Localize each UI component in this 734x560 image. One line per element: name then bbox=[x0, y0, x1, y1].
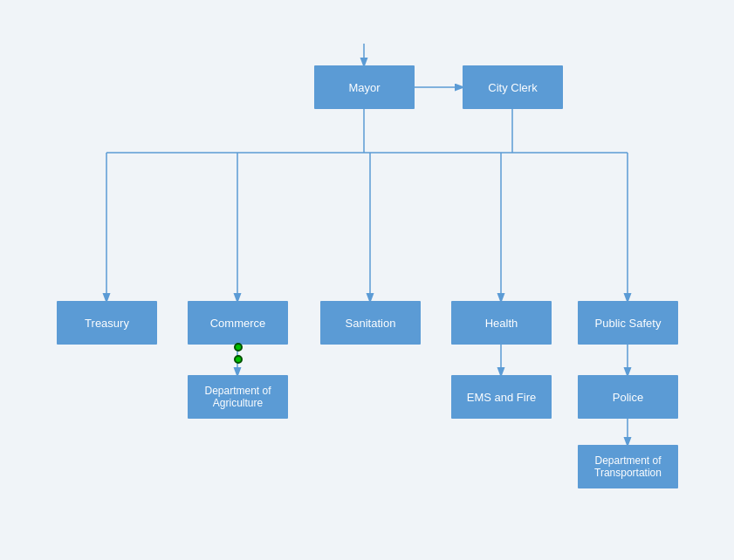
mayor-node[interactable]: Mayor bbox=[314, 65, 415, 109]
police-node[interactable]: Police bbox=[578, 375, 678, 419]
health-node[interactable]: Health bbox=[451, 301, 552, 345]
sanitation-node[interactable]: Sanitation bbox=[320, 301, 421, 345]
connector-dot-2 bbox=[234, 355, 243, 364]
public-safety-node[interactable]: Public Safety bbox=[578, 301, 678, 345]
treasury-node[interactable]: Treasury bbox=[57, 301, 157, 345]
city-clerk-node[interactable]: City Clerk bbox=[463, 65, 563, 109]
connector-dot-1 bbox=[234, 343, 243, 352]
dept-transportation-node[interactable]: Department of Transportation bbox=[578, 445, 678, 488]
ems-fire-node[interactable]: EMS and Fire bbox=[451, 375, 552, 419]
dept-agriculture-node[interactable]: Department of Agriculture bbox=[188, 375, 288, 419]
diagram-container: Mayor City Clerk Treasury Commerce Sanit… bbox=[0, 0, 734, 560]
commerce-node[interactable]: Commerce bbox=[188, 301, 288, 345]
